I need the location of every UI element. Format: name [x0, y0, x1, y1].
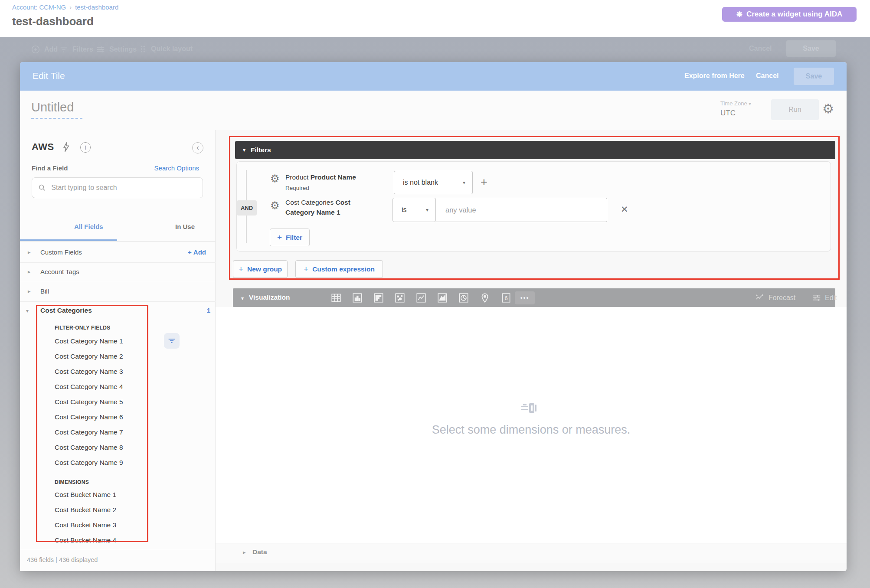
field-item[interactable]: Cost Category Name 2: [20, 349, 163, 364]
info-icon[interactable]: i: [80, 142, 91, 153]
field-tabs: All Fields In Use: [20, 215, 216, 242]
column-chart-viz-icon[interactable]: [352, 292, 363, 304]
map-viz-icon[interactable]: [479, 292, 491, 304]
sidebar-item-custom-fields[interactable]: ▸ Custom Fields + Add: [20, 243, 216, 263]
field-item[interactable]: Cost Category Name 1: [20, 333, 163, 349]
more-viz-types-icon[interactable]: •••: [515, 291, 535, 304]
field-count-label: 436 fields | 436 displayed: [27, 556, 98, 563]
modal-title: Edit Tile: [33, 71, 65, 81]
breadcrumb-page-link[interactable]: test-dashboard: [75, 3, 118, 11]
table-viz-icon[interactable]: [330, 292, 342, 304]
filter-gear-icon[interactable]: ⚙: [270, 173, 280, 185]
sidebar-item-bill[interactable]: ▸ Bill: [20, 282, 216, 302]
edit-tile-modal: Edit Tile Explore from Here Cancel Save …: [20, 62, 847, 571]
chevron-down-icon: ▾: [463, 180, 465, 186]
area-chart-viz-icon[interactable]: [437, 292, 448, 304]
sliders-icon: [812, 293, 821, 303]
filter-field-label: Cost Categories Cost Category Name 1: [285, 197, 370, 217]
search-icon: [38, 183, 46, 192]
edit-viz-button[interactable]: Edit: [812, 288, 837, 307]
modal-cancel-button[interactable]: Cancel: [756, 72, 778, 80]
dashboard-cancel-button: Cancel: [749, 45, 772, 52]
modal-save-button[interactable]: Save: [794, 68, 834, 85]
scatter-viz-icon[interactable]: [394, 292, 406, 304]
sidebar-item-cost-categories[interactable]: ▾ Cost Categories 1: [20, 304, 216, 321]
collapse-sidebar-icon[interactable]: ‹: [192, 142, 203, 154]
search-input[interactable]: [51, 184, 196, 192]
field-item[interactable]: Cost Bucket Name 4: [20, 532, 163, 548]
field-item[interactable]: Cost Category Name 5: [20, 394, 163, 409]
chevron-right-icon: ▸: [28, 288, 31, 294]
breadcrumb-account-link[interactable]: Account: CCM-NG: [12, 3, 66, 11]
aida-button-label: Create a widget using AIDA: [746, 10, 842, 19]
filter-field-note: Required: [285, 183, 385, 193]
tile-title-input[interactable]: Untitled: [31, 100, 82, 119]
sidebar-item-account-tags[interactable]: ▸ Account Tags: [20, 263, 216, 282]
filter-only-fields-heading: FILTER-ONLY FIELDS: [55, 325, 111, 331]
pie-chart-viz-icon[interactable]: [458, 292, 469, 304]
chevron-right-icon: ▸: [28, 268, 31, 275]
field-item[interactable]: Cost Bucket Name 3: [20, 517, 163, 532]
field-item[interactable]: Cost Category Name 4: [20, 379, 163, 394]
add-circle-icon: [31, 45, 40, 54]
sidebar-footer: 436 fields | 436 displayed: [20, 550, 215, 571]
page-title: test-dashboard: [12, 15, 94, 28]
field-item[interactable]: Cost Category Name 9: [20, 455, 163, 470]
run-button[interactable]: Run: [771, 99, 819, 120]
dimensions-list: Cost Bucket Name 1Cost Bucket Name 2Cost…: [20, 487, 163, 548]
filter-operator-dropdown[interactable]: is ▾: [392, 198, 436, 222]
visualization-section-header[interactable]: ▾ Visualization 6 ••• Forecast Ed: [233, 288, 835, 307]
explore-from-here-button[interactable]: Explore from Here: [684, 72, 745, 80]
custom-expression-button[interactable]: +Custom expression: [295, 260, 383, 278]
field-item[interactable]: Cost Bucket Name 1: [20, 487, 163, 502]
flashlight-icon: [520, 402, 541, 416]
add-custom-field-link[interactable]: + Add: [188, 248, 206, 256]
create-widget-aida-button[interactable]: ❋ Create a widget using AIDA: [722, 7, 857, 22]
add-filter-value-icon[interactable]: +: [481, 176, 487, 189]
forecast-button[interactable]: Forecast: [755, 288, 795, 307]
tab-all-fields[interactable]: All Fields: [74, 223, 103, 230]
time-zone-dropdown[interactable]: Time Zone ▾: [720, 100, 751, 107]
line-chart-viz-icon[interactable]: [415, 292, 427, 304]
remove-filter-icon[interactable]: ✕: [621, 204, 628, 215]
dashboard-settings-button: Settings: [96, 45, 137, 54]
in-use-count-badge: 1: [207, 307, 210, 314]
filter-value-input[interactable]: [445, 198, 597, 222]
chevron-down-icon: ▾: [426, 207, 428, 213]
filter-connector-chip[interactable]: AND: [237, 200, 257, 216]
field-item[interactable]: Cost Category Name 8: [20, 440, 163, 455]
lightning-icon[interactable]: [61, 141, 72, 153]
chevron-right-icon: ▸: [243, 549, 246, 555]
time-zone-value: UTC: [720, 109, 736, 118]
field-item[interactable]: Cost Category Name 6: [20, 409, 163, 425]
filter-only-fields-list: Cost Category Name 1Cost Category Name 2…: [20, 333, 163, 470]
single-value-viz-icon[interactable]: 6: [500, 292, 512, 304]
field-item[interactable]: Cost Category Name 7: [20, 425, 163, 440]
forecast-sparkle-icon: [755, 293, 765, 303]
tab-in-use[interactable]: In Use: [175, 223, 195, 230]
filter-operator-dropdown[interactable]: is not blank ▾: [394, 171, 473, 194]
chevron-down-icon: ▾: [241, 295, 244, 301]
filter-value-field: [436, 198, 607, 222]
filter-field-button[interactable]: [164, 333, 180, 349]
visualization-empty-area: Select some dimensions or measures.: [216, 307, 847, 543]
find-a-field-label: Find a Field: [32, 164, 68, 172]
dashboard-save-button: Save: [786, 40, 836, 57]
new-group-button[interactable]: +New group: [233, 260, 288, 278]
data-section-header[interactable]: ▸ Data: [216, 543, 847, 563]
gear-icon[interactable]: ⚙: [822, 101, 834, 116]
sliders-icon: [96, 45, 105, 54]
screen: Account: CCM-NG›test-dashboard test-dash…: [0, 0, 870, 588]
field-item[interactable]: Cost Category Name 3: [20, 364, 163, 379]
filter-field-label: Product Product Name Required: [285, 172, 385, 193]
field-item[interactable]: Cost Bucket Name 2: [20, 502, 163, 517]
drag-grid-icon: [138, 45, 147, 53]
tile-title-row: Untitled Time Zone ▾ UTC Run ⚙: [20, 91, 847, 130]
add-filter-button[interactable]: +Filter: [270, 229, 310, 246]
search-options-link[interactable]: Search Options: [154, 164, 199, 172]
filter-gear-icon[interactable]: ⚙: [270, 199, 280, 212]
tile-editor-content: ▾ Filters ⚙ Product Product Name Require…: [216, 130, 847, 571]
filters-section-header[interactable]: ▾ Filters: [235, 141, 835, 159]
bar-chart-viz-icon[interactable]: [373, 292, 384, 304]
field-search-box: [32, 177, 203, 198]
